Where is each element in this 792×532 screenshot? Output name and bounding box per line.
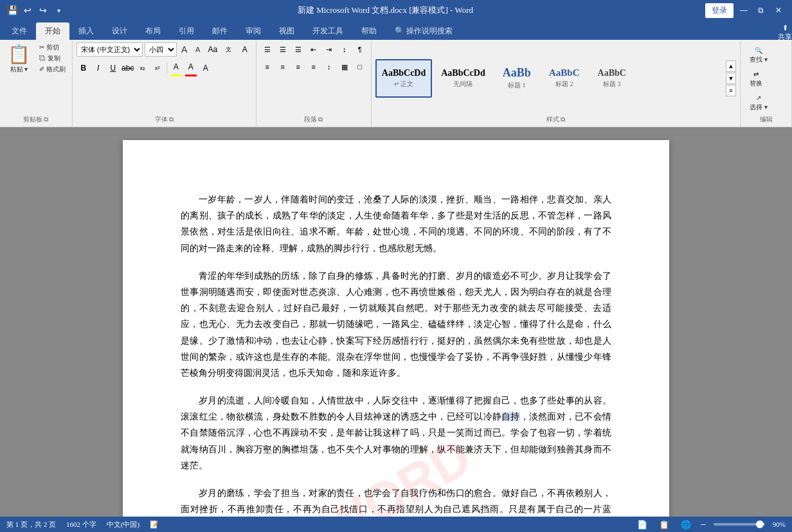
decrease-indent-button[interactable]: ⇤ — [307, 42, 321, 57]
quick-access-toolbar: 💾 ↩ ↪ ▾ — [5, 3, 66, 17]
justify-button[interactable]: ≡ — [307, 60, 321, 74]
increase-indent-button[interactable]: ⇥ — [322, 42, 336, 57]
styles-label: 样式 — [546, 115, 559, 124]
find-button[interactable]: 🔍 查找 ▾ — [744, 45, 773, 66]
change-case-button[interactable]: Aa — [206, 42, 220, 57]
select-icon: ↗ — [756, 94, 761, 102]
clipboard-expand-icon[interactable]: ⧉ — [44, 116, 48, 123]
read-mode-button[interactable]: 📄 — [635, 517, 649, 531]
paragraph-2: 青涩的年华到成熟的历练，除了自身的修炼，具备时光的打磨、岁月的锻造必不可少。岁月… — [181, 268, 611, 381]
styles-scroll-up[interactable]: ▲ — [726, 60, 736, 72]
tab-mailings[interactable]: 邮件 — [203, 22, 237, 40]
line-spacing-button[interactable]: ↕ — [322, 60, 336, 74]
paragraph-group: ☰ ☰ ☰ ⇤ ⇥ ↕ ¶ ≡ ≡ ≡ ≡ ↕ ▦ □ 段落 ⧉ — [256, 41, 372, 127]
tab-developer[interactable]: 开发工具 — [303, 22, 352, 40]
tab-insert[interactable]: 插入 — [69, 22, 103, 40]
format-painter-button[interactable]: ✐ 格式刷 — [37, 64, 68, 75]
align-left-button[interactable]: ≡ — [260, 60, 274, 74]
title-bar: 💾 ↩ ↪ ▾ 新建 Microsoft Word 文档.docx [兼容模式]… — [0, 0, 792, 21]
subscript-button[interactable]: x₂ — [136, 61, 150, 75]
edit-group: 🔍 查找 ▾ ⇄ 替换 ↗ 选择 ▾ 编辑 — [741, 41, 792, 127]
close-button[interactable]: ✕ — [770, 4, 787, 16]
tab-references[interactable]: 引用 — [170, 22, 203, 40]
font-decrease-button[interactable]: A — [192, 42, 204, 57]
style-normal[interactable]: AaBbCcDd ↵ 正文 — [375, 59, 432, 98]
show-marks-button[interactable]: ¶ — [353, 42, 367, 57]
numbering-button[interactable]: ☰ — [276, 42, 290, 57]
document-area[interactable]: WORD 一岁年龄，一岁人，伴随着时间的变迁，沧桑了人际的淡漠，挫折、顺当、一路… — [0, 127, 792, 517]
styles-gallery: AaBbCcDd ↵ 正文 AaBbCcDd 无间隔 AaBb 标题 1 AaB… — [375, 59, 724, 98]
text-highlight-button[interactable]: A — [169, 60, 183, 74]
styles-more[interactable]: ≡ — [726, 85, 736, 96]
font-increase-button[interactable]: A — [179, 42, 190, 57]
phonetic-button[interactable]: 文 — [222, 42, 236, 57]
language-indicator[interactable]: 中文(中国) — [107, 520, 140, 529]
underline-button[interactable]: U — [106, 61, 120, 75]
print-layout-button[interactable]: 📋 — [657, 517, 671, 531]
replace-button[interactable]: ⇄ 替换 — [744, 69, 768, 90]
redo-button[interactable]: ↪ — [36, 3, 50, 17]
ribbon-toolbar: 📋 粘贴 ▾ ✂ 剪切 ⿻ 复制 ✐ 格式刷 剪贴板 ⧉ 宋体 (中文正文) 小… — [0, 40, 792, 127]
share-button[interactable]: ⬆ 共享 — [778, 26, 792, 40]
paste-button[interactable]: 📋 粘贴 ▾ — [4, 42, 34, 75]
zoom-thumb[interactable] — [756, 520, 764, 528]
font-name-select[interactable]: 宋体 (中文正文) — [76, 42, 143, 57]
minimize-button[interactable]: — — [736, 4, 752, 16]
align-center-button[interactable]: ≡ — [276, 60, 290, 74]
italic-button[interactable]: I — [91, 61, 105, 75]
styles-scroll-controls: ▲ ▼ ≡ — [726, 60, 736, 96]
paragraph-label: 段落 — [304, 115, 317, 124]
tab-home[interactable]: 开始 — [36, 22, 69, 40]
page-content[interactable]: 一岁年龄，一岁人，伴随着时间的变迁，沧桑了人际的淡漠，挫折、顺当、一路相伴，悲喜… — [181, 191, 611, 517]
superscript-button[interactable]: x² — [150, 61, 165, 75]
clear-format-button[interactable]: A — [238, 42, 252, 57]
cut-button[interactable]: ✂ 剪切 — [37, 42, 68, 53]
strikethrough-button[interactable]: abc — [121, 61, 135, 75]
style-heading3[interactable]: AaBbC 标题 3 — [590, 59, 634, 98]
shading-button[interactable]: ▦ — [338, 60, 352, 74]
login-button[interactable]: 登录 — [705, 3, 734, 18]
save-button[interactable]: 💾 — [5, 3, 19, 17]
paragraph-4: 岁月的磨练，学会了担当，对家的责任，也学会了自我疗伤和伤口的愈合。做好自己，不再… — [181, 485, 611, 517]
customize-quick-access-button[interactable]: ▾ — [51, 3, 66, 17]
paragraph-expand-icon[interactable]: ⧉ — [318, 116, 323, 123]
undo-button[interactable]: ↩ — [21, 3, 35, 17]
tab-help[interactable]: 帮助 — [352, 22, 386, 40]
styles-expand-icon[interactable]: ⧉ — [561, 116, 565, 123]
zoom-slider[interactable] — [714, 523, 765, 526]
ribbon-tabs: 文件 开始 插入 设计 布局 引用 邮件 审阅 视图 开发工具 帮助 🔍 操作说… — [0, 21, 792, 40]
font-expand-icon[interactable]: ⧉ — [169, 116, 174, 123]
tab-search[interactable]: 🔍 操作说明搜索 — [386, 22, 462, 40]
sort-button[interactable]: ↕ — [338, 42, 352, 57]
char-border-button[interactable]: A — [199, 61, 213, 75]
style-no-space[interactable]: AaBbCcDd 无间隔 — [435, 59, 491, 98]
font-size-select[interactable]: 小四 12 14 — [145, 42, 177, 57]
copy-button[interactable]: ⿻ 复制 — [37, 53, 68, 64]
tab-design[interactable]: 设计 — [103, 22, 136, 40]
zoom-percent[interactable]: 90% — [773, 520, 786, 528]
restore-button[interactable]: ⧉ — [754, 4, 768, 16]
spell-check-icon: 📝 — [150, 520, 159, 529]
web-layout-button[interactable]: 🌐 — [679, 517, 693, 531]
clipboard-label: 剪贴板 — [23, 115, 42, 124]
style-heading1[interactable]: AaBb 标题 1 — [494, 59, 539, 98]
find-icon: 🔍 — [755, 47, 762, 54]
tab-view[interactable]: 视图 — [270, 22, 303, 40]
align-right-button[interactable]: ≡ — [291, 60, 305, 74]
border-button[interactable]: □ — [353, 60, 367, 74]
edit-label: 编辑 — [760, 115, 773, 124]
multilevel-list-button[interactable]: ☰ — [291, 42, 305, 57]
tab-layout[interactable]: 布局 — [136, 22, 170, 40]
zoom-level: ─ — [701, 520, 706, 528]
select-button[interactable]: ↗ 选择 ▾ — [744, 93, 773, 114]
bold-button[interactable]: B — [76, 61, 91, 75]
tab-review[interactable]: 审阅 — [237, 22, 270, 40]
style-heading2[interactable]: AaBbC 标题 2 — [542, 59, 587, 98]
tab-file[interactable]: 文件 — [3, 22, 36, 40]
bullets-button[interactable]: ☰ — [260, 42, 274, 57]
paste-icon: 📋 — [8, 44, 30, 65]
document-page: WORD 一岁年龄，一岁人，伴随着时间的变迁，沧桑了人际的淡漠，挫折、顺当、一路… — [123, 140, 669, 517]
font-color-button[interactable]: A — [184, 60, 198, 74]
styles-scroll-down[interactable]: ▼ — [726, 73, 736, 84]
paragraph-1: 一岁年龄，一岁人，伴随着时间的变迁，沧桑了人际的淡漠，挫折、顺当、一路相伴，悲喜… — [181, 191, 611, 256]
